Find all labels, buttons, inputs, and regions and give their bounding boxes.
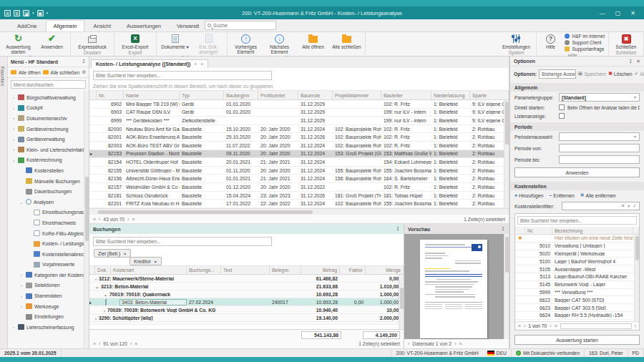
column-header[interactable]: Typ [180,91,224,100]
group-row[interactable]: ⌄3213: Beton-Material 21.633,681.010,000 [89,283,404,290]
expander-icon[interactable]: › [104,308,105,313]
column-header[interactable]: Belegnr. [270,266,301,275]
table-row[interactable]: 82157 Weidmüller GmbH & Co KG -... Baust… [89,183,509,192]
sidebar-tree-item[interactable]: › Kategorien der Kostenstellen [8,270,89,280]
expander-icon[interactable]: › [19,304,24,308]
buchungen-scrollbar[interactable] [399,275,404,329]
kostenstellen-row[interactable]: 5145 Betonwerk Vogt - Lager [515,281,639,289]
sidebar-search[interactable] [11,80,86,89]
app-icon-a[interactable]: A [4,10,11,16]
anwenden-button[interactable]: ✔ Anwenden [35,32,69,55]
kostenstellen-search-input[interactable] [520,218,634,223]
language-indicator[interactable]: DEU [483,349,512,357]
excel-export-button[interactable]: X Excel-Export [116,32,155,50]
column-header[interactable]: Text [221,266,270,275]
column-header[interactable]: Niederlassung [431,91,470,100]
pager-first-icon[interactable]: « [93,341,96,346]
kostenstellen-row[interactable]: 5010 Verwaltung [ Umlagen ] [515,243,639,250]
sidebar-tree-item[interactable]: Einzelbuchungsnachweis [8,207,89,218]
anwenden-button[interactable]: Anwenden [514,167,640,177]
expressdruck-button[interactable]: Expressdruck [72,32,112,50]
pager-last-icon[interactable]: » [459,341,462,346]
open-dropdown-icon[interactable]: ▾ [32,11,34,15]
kostenstellen-search[interactable] [517,216,637,225]
ribbon-tab[interactable]: Allgemein [46,20,85,31]
table-row[interactable]: 82181 Schloss Osnabrück Baustelle 15.04.… [89,192,509,200]
pager-prev-icon[interactable]: ‹ [524,323,525,328]
pager-next-icon[interactable]: › [127,217,129,222]
expander-icon[interactable]: › [11,325,16,329]
sidebar-tree-item[interactable]: ⌄ Kostenrechnung [8,155,89,166]
column-header[interactable]: Name [124,91,180,100]
preview-area[interactable] [404,234,509,339]
subgroup-row[interactable]: ⌄70019: 70019: Quakernack 10.693,281.000… [89,290,404,298]
clear-icon[interactable]: ✕ [621,203,625,210]
kostenstellen-row[interactable]: 5020 Kleingerät | Werkzeuge [515,250,639,258]
expander-icon[interactable]: › [95,277,97,281]
sidebar-tree-item[interactable]: › Selektionen [8,280,89,291]
als-standard-button[interactable]: ✔Als Standard [635,71,644,77]
sidebar-tree-item[interactable]: › Stammdaten [8,290,89,301]
column-header[interactable]: Sparte [470,91,509,100]
expander-icon[interactable]: › [95,316,97,321]
auswertung-starten-bottom-button[interactable]: Auswertung starten [514,335,640,345]
supportanfrage-button[interactable]: Supportanfrage [565,47,605,52]
pager-next-icon[interactable]: › [550,323,551,328]
subgroup-row[interactable]: ›70039: 70039: Betonwerk Vogt GmbH & Co.… [89,306,404,314]
pin-icon[interactable]: ↧ [628,59,633,64]
save-icon[interactable]: ▣ [37,10,44,16]
pager-prev-icon[interactable]: ‹ [99,341,100,346]
new-row-hint[interactable]: ✱ Hier klicken um eine neue Zeile hinzuz… [515,235,639,243]
add-tab-icon[interactable]: + [194,62,197,67]
support-client-button[interactable]: Support Client [565,40,605,45]
table-row[interactable]: 82154 HOTEL Oldentruper Hof - N... Baust… [89,158,509,167]
kostenstellen-row[interactable]: 5113 Lager/Bauhof-OBI-RAAB Karcher [515,273,639,281]
kostenstellen-row[interactable]: 5999 *** Verwaltung *** [515,289,639,297]
entfernen-button[interactable]: −Entfernen [549,193,574,198]
maximize-button[interactable]: ▢ [615,10,621,16]
expander-icon[interactable]: ⌄ [104,292,107,297]
detail-row-selected[interactable]: ▸ 3403: Beton-Material 27.02.2024 240017… [89,298,404,306]
ribbon-tab[interactable]: Auswertungen [119,21,168,31]
minimize-button[interactable]: — [600,10,605,16]
expander-icon[interactable]: › [11,106,16,110]
kostenstellen-scrollbar[interactable] [634,235,639,321]
preview-scrollbar[interactable] [504,234,509,339]
alle-schliessen-button[interactable]: Alle schließen [330,32,364,55]
column-header[interactable]: Projektklammer [333,91,381,100]
alle-oeffnen-button[interactable]: Alle öffnen [296,32,330,55]
column-header[interactable]: Faktor [340,266,366,275]
pin-icon[interactable]: ↧ [396,226,400,232]
save-dropdown-icon[interactable]: ▾ [47,11,49,15]
sidebar-tree-item[interactable]: › Werkzeuge [8,301,89,312]
kostenstellen-row[interactable]: 5100 Lager | Bauhof Werringhof 4 [515,258,639,265]
table-row[interactable]: 6903 CAT Raupe D6N ILV Gerät 01.01.2020 … [89,109,509,117]
kostenstellenfilter-input[interactable]: ✕▼✓ [562,202,640,210]
close-panel-icon[interactable]: ✕ [636,59,640,64]
buchungen-search[interactable] [93,237,272,246]
preset-dropdown[interactable]: Bisherige Ausw▼ [539,69,576,79]
ribbon-tab[interactable]: Verwandt [170,21,206,31]
sidebar-tree-item[interactable]: › Lieferscheinerfassung [8,322,89,333]
pager-last-icon[interactable]: » [135,341,137,346]
grid-search[interactable] [93,71,272,80]
naechstes-element-button[interactable]: ↓ Nächstes Element [263,32,296,55]
group-row[interactable]: ›3290: Schüttgüter [allg] 19.140,002.000… [89,314,404,322]
grid-hscrollbar[interactable] [89,208,509,215]
favorites-side-tab[interactable]: Favoriten [0,57,8,348]
auswertung-starten-button[interactable]: ↻ Auswertung starten [1,32,35,55]
table-row[interactable]: 6902 Mini Bagger TB 219 [W] ILV... Gerät… [89,100,509,109]
pager-filterbox[interactable] [560,323,632,329]
table-row[interactable]: 82201 FRITZ Kola Neubau in Hamb... Baust… [89,200,509,208]
sidebar-tree-item[interactable]: ⌄ Analysen [8,197,89,207]
expander-icon[interactable]: › [19,273,24,277]
expander-icon[interactable]: › [19,294,24,298]
periode-von-input[interactable] [559,144,640,152]
expander-icon[interactable]: ⌄ [11,157,16,162]
column-header[interactable]: Bauende [298,91,333,100]
expander-icon[interactable]: › [11,95,16,99]
column-header[interactable]: Kostenart [111,266,187,275]
expander-icon[interactable]: › [19,283,24,288]
group-chip-ziel[interactable]: Ziel (Betr.)▲ [94,249,131,258]
sidebar-tree-item[interactable]: Einzelnachweis [8,217,89,228]
